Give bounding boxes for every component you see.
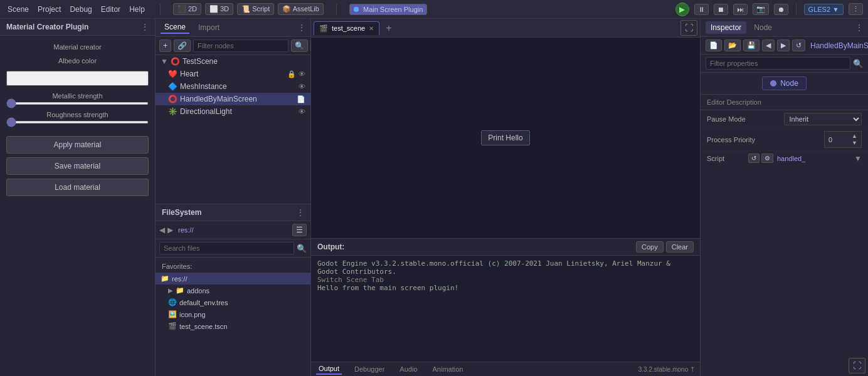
scene-panel: Scene Import ⋮ + 🔗 🔍 ⚙ ▼ ⭕ TestScene ❤️ bbox=[156, 19, 310, 204]
script-edit-button[interactable]: ⚙ bbox=[761, 154, 773, 163]
fs-item-icon[interactable]: 🖼️ icon.png bbox=[156, 308, 310, 320]
main-screen-plugin-button[interactable]: Main Screen Plugin bbox=[349, 4, 427, 15]
add-tab-button[interactable]: + bbox=[382, 21, 395, 35]
new-script-button[interactable]: 📄 bbox=[706, 39, 722, 51]
mesh-eye-icon[interactable]: 👁 bbox=[299, 83, 305, 90]
save-button[interactable]: 💾 bbox=[743, 39, 760, 51]
node-type-label: Node bbox=[780, 79, 798, 88]
script-reload-button[interactable]: ↺ bbox=[748, 154, 760, 163]
script-icon: 📜 bbox=[241, 5, 250, 13]
chevron-addons-icon: ▶ bbox=[168, 287, 173, 294]
properties-list: Pause Mode Inherit Stop Process Process … bbox=[701, 110, 868, 355]
menu-editor[interactable]: Editor bbox=[98, 4, 123, 15]
apply-material-button[interactable]: Apply material bbox=[6, 136, 149, 154]
output-tab-audio[interactable]: Audio bbox=[397, 364, 420, 374]
fs-addons-label: addons bbox=[187, 287, 209, 295]
heart-label: Heart bbox=[180, 70, 285, 78]
print-hello-button[interactable]: Print Hello bbox=[481, 130, 529, 145]
expand-viewport-button[interactable]: ⛶ bbox=[680, 20, 697, 36]
scene-item-directional[interactable]: ✳️ DirectionalLight 👁 bbox=[156, 105, 310, 118]
pause-mode-dropdown[interactable]: Inherit Stop Process bbox=[784, 113, 862, 125]
refresh-button[interactable]: ↺ bbox=[792, 39, 805, 51]
material-buttons: Apply material Save material Load materi… bbox=[0, 131, 155, 201]
stepper-up-icon[interactable]: ▲ bbox=[852, 133, 857, 139]
scene-toolbar: + 🔗 🔍 ⚙ bbox=[156, 37, 310, 55]
material-panel-menu-icon[interactable]: ⋮ bbox=[141, 23, 149, 31]
output-tab-debugger[interactable]: Debugger bbox=[352, 364, 387, 374]
menu-scene[interactable]: Scene bbox=[5, 4, 31, 15]
open-file-button[interactable]: 📂 bbox=[724, 39, 741, 51]
scene-item-testscene[interactable]: ▼ ⭕ TestScene bbox=[156, 55, 310, 68]
filter-nodes-input[interactable] bbox=[193, 39, 288, 52]
metallic-strength-slider[interactable] bbox=[6, 102, 149, 105]
tab-test-scene[interactable]: 🎬 test_scene ✕ bbox=[314, 21, 379, 35]
fs-layout-button[interactable]: ☰ bbox=[292, 224, 307, 236]
record-button[interactable]: ⏺ bbox=[774, 4, 788, 15]
output-tab-output[interactable]: Output bbox=[316, 363, 342, 375]
tab-close-icon[interactable]: ✕ bbox=[369, 25, 374, 32]
nav-forward-button[interactable]: ▶ bbox=[777, 39, 790, 51]
fs-test-scene-label: test_scene.tscn bbox=[179, 323, 227, 330]
assetlib-label: AssetLib bbox=[293, 5, 319, 13]
copy-button[interactable]: Copy bbox=[636, 241, 664, 253]
filesystem-menu-icon[interactable]: ⋮ bbox=[297, 208, 304, 217]
scene-tree: ▼ ⭕ TestScene ❤️ Heart 🔒 👁 🔷 MeshInstanc… bbox=[156, 55, 310, 204]
fs-item-test-scene[interactable]: 🎬 test_scene.tscn bbox=[156, 320, 310, 332]
scene-item-meshinstance[interactable]: 🔷 MeshInstance 👁 bbox=[156, 80, 310, 93]
roughness-strength-slider[interactable] bbox=[6, 121, 149, 123]
mode-2d-button[interactable]: ⬛ 2D bbox=[173, 3, 201, 15]
directional-eye-icon[interactable]: 👁 bbox=[299, 108, 305, 115]
fs-item-addons[interactable]: ▶ 📁 addons bbox=[156, 285, 310, 296]
step-button[interactable]: ⏭ bbox=[733, 4, 748, 15]
scene-item-heart[interactable]: ❤️ Heart 🔒 👁 bbox=[156, 68, 310, 80]
add-node-button[interactable]: + bbox=[159, 39, 171, 52]
folder-icon-addons: 📁 bbox=[176, 286, 184, 295]
tab-import[interactable]: Import bbox=[194, 22, 223, 33]
overflow-button[interactable]: ⋮ bbox=[849, 3, 863, 15]
lock-icon[interactable]: 🔒 bbox=[287, 70, 296, 78]
menu-debug[interactable]: Debug bbox=[67, 4, 94, 15]
node-name: HandledByMainScreen bbox=[808, 41, 868, 50]
instance-scene-button[interactable]: 🔗 bbox=[174, 39, 191, 52]
output-tab-animation[interactable]: Animation bbox=[430, 364, 466, 374]
mode-3d-button[interactable]: ⬜ 3D bbox=[205, 3, 233, 15]
save-material-button[interactable]: Save material bbox=[6, 157, 149, 175]
inspector-menu-icon[interactable]: ⋮ bbox=[855, 23, 863, 32]
camera-button[interactable]: 📷 bbox=[753, 3, 769, 15]
script-action-buttons: ↺ ⚙ bbox=[748, 154, 773, 163]
viewport-tab-bar: 🎬 test_scene ✕ + ⛶ bbox=[311, 19, 700, 38]
menu-help[interactable]: Help bbox=[127, 4, 147, 15]
fs-item-res[interactable]: 📁 res:// bbox=[156, 273, 310, 285]
tab-scene[interactable]: Scene bbox=[161, 21, 189, 34]
clear-button[interactable]: Clear bbox=[666, 241, 694, 253]
fs-item-default-env[interactable]: 🌐 default_env.tres bbox=[156, 296, 310, 308]
testscene-icon: ⭕ bbox=[171, 57, 180, 66]
albedo-color-swatch[interactable] bbox=[6, 71, 149, 86]
nav-back-button[interactable]: ◀ bbox=[762, 39, 775, 51]
filter-properties-input[interactable] bbox=[706, 57, 850, 70]
scene-item-handledby[interactable]: ⭕ HandledByMainScreen 📄 bbox=[156, 93, 310, 105]
stepper-down-icon[interactable]: ▼ bbox=[852, 140, 857, 146]
fs-back-button[interactable]: ◀ bbox=[159, 226, 165, 234]
script-button[interactable]: 📜 Script bbox=[237, 3, 274, 15]
filesystem-header: FileSystem ⋮ bbox=[156, 204, 310, 221]
play-button[interactable]: ▶ bbox=[675, 3, 689, 16]
stop-button[interactable]: ⏹ bbox=[714, 4, 728, 15]
tab-inspector[interactable]: Inspector bbox=[706, 21, 746, 34]
fs-forward-button[interactable]: ▶ bbox=[167, 226, 173, 234]
output-line-3: Hello from the main screen plugin! bbox=[317, 284, 694, 292]
mesh-actions: 👁 bbox=[299, 83, 305, 90]
fs-search-input[interactable] bbox=[159, 242, 294, 254]
tab-node[interactable]: Node bbox=[749, 21, 777, 34]
script-attach-icon[interactable]: 📄 bbox=[297, 95, 305, 103]
scene-panel-menu-icon[interactable]: ⋮ bbox=[298, 23, 305, 32]
inspector-panel: Inspector Node ⋮ 📄 📂 💾 ◀ ▶ ↺ HandledByMa… bbox=[700, 19, 868, 376]
pause-button[interactable]: ⏸ bbox=[694, 4, 709, 15]
scene-search-button[interactable]: 🔍 bbox=[291, 39, 308, 52]
eye-icon[interactable]: 👁 bbox=[299, 70, 305, 78]
menu-project[interactable]: Project bbox=[35, 4, 63, 15]
assetlib-button[interactable]: 📦 AssetLib bbox=[278, 3, 324, 15]
inspector-expand-button[interactable]: ⛶ bbox=[849, 358, 865, 373]
viewport: Print Hello bbox=[311, 38, 700, 238]
load-material-button[interactable]: Load material bbox=[6, 179, 149, 196]
